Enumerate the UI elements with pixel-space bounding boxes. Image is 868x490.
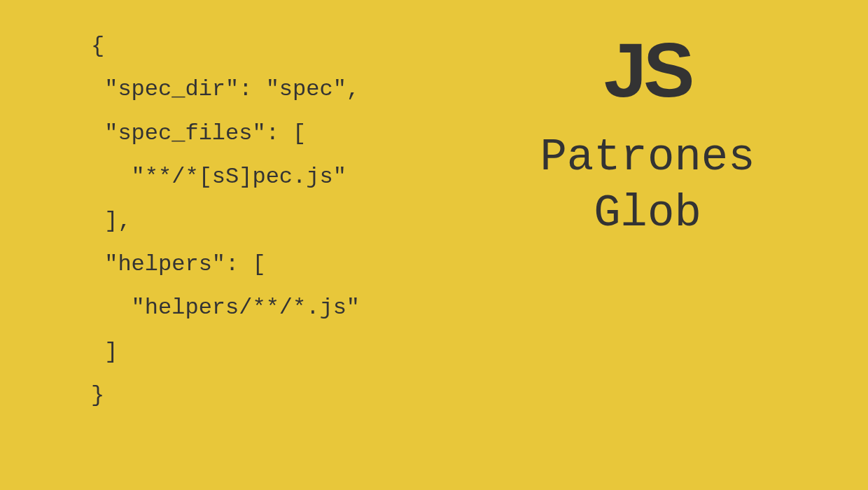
code-line: ], (91, 208, 132, 234)
code-line: { (91, 33, 104, 59)
code-line: ] (91, 339, 118, 365)
title-line-2: Glob (472, 186, 822, 241)
code-line: "helpers/**/*.js" (91, 295, 360, 321)
code-line: "helpers": [ (91, 251, 266, 277)
js-logo: JS (472, 31, 822, 108)
code-block: { "spec_dir": "spec", "spec_files": [ "*… (91, 24, 360, 418)
code-line: "spec_files": [ (91, 120, 306, 146)
code-line: } (91, 382, 104, 408)
title-line-1: Patrones (472, 130, 822, 186)
right-panel: JS Patrones Glob (472, 31, 822, 241)
code-line: "spec_dir": "spec", (91, 76, 360, 102)
code-line: "**/*[sS]pec.js" (91, 164, 346, 190)
